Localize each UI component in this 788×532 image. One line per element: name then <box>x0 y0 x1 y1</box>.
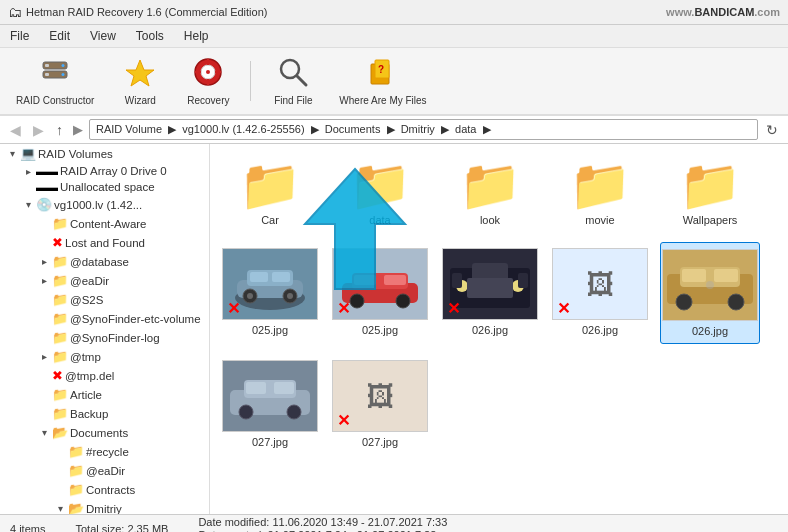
back-button[interactable]: ◀ <box>6 120 25 140</box>
sidebar-item-backup[interactable]: 📁 Backup <box>0 404 209 423</box>
sidebar-item-contracts[interactable]: 📁 Contracts <box>0 480 209 499</box>
forward-button[interactable]: ▶ <box>29 120 48 140</box>
folder-item-movie[interactable]: 📁 movie <box>550 154 650 232</box>
folder-icon-bk: 📁 <box>52 406 68 421</box>
file-label-027b: 027.jpg <box>362 436 398 448</box>
svg-rect-33 <box>354 275 376 285</box>
folder-item-car[interactable]: 📁 Car <box>220 154 320 232</box>
sidebar-item-recycle[interactable]: 📁 #recycle <box>0 442 209 461</box>
expand-raid-array[interactable]: ▸ <box>20 166 36 177</box>
file-item-026a[interactable]: ✕ 026.jpg <box>440 242 540 344</box>
svg-rect-48 <box>682 269 706 282</box>
refresh-button[interactable]: ↻ <box>762 120 782 140</box>
folder-icon-car: 📁 <box>239 160 301 210</box>
svg-point-58 <box>239 405 253 419</box>
expand-raid-volumes[interactable]: ▾ <box>4 148 20 159</box>
svg-point-28 <box>247 293 253 299</box>
svg-point-59 <box>287 405 301 419</box>
recovery-label: Recovery <box>187 95 229 106</box>
recovery-button[interactable]: Recovery <box>178 52 238 110</box>
folder-icon-ea: 📁 <box>52 273 68 288</box>
expand-eadir[interactable]: ▸ <box>36 275 52 286</box>
folder-label-look: look <box>480 214 500 226</box>
file-item-025b[interactable]: ✕ 025.jpg <box>330 242 430 344</box>
file-item-025a[interactable]: ✕ 025.jpg <box>220 242 320 344</box>
file-label-025b: 025.jpg <box>362 324 398 336</box>
wizard-icon <box>124 56 156 93</box>
svg-rect-3 <box>45 73 49 76</box>
raid-constructor-icon <box>39 56 71 93</box>
file-label-027a: 027.jpg <box>252 436 288 448</box>
file-item-broken1[interactable]: 🖼 ✕ 026.jpg <box>550 242 650 344</box>
toolbar-separator-1 <box>250 61 251 101</box>
svg-line-15 <box>297 76 306 85</box>
total-size: Total size: 2,35 MB <box>75 523 168 533</box>
address-path-text: RAID Volume ▶ vg1000.lv (1.42.6-25556) ▶… <box>96 123 491 135</box>
folder-icon-movie: 📁 <box>569 160 631 210</box>
wizard-button[interactable]: Wizard <box>110 52 170 110</box>
expand-vg1000[interactable]: ▾ <box>20 199 36 210</box>
sidebar-item-eadir[interactable]: ▸ 📁 @eaDir <box>0 271 209 290</box>
drive-icon-1: ▬▬ <box>36 165 58 177</box>
sidebar-item-database[interactable]: ▸ 📁 @database <box>0 252 209 271</box>
menu-view[interactable]: View <box>86 27 120 45</box>
svg-point-35 <box>350 294 364 308</box>
file-label-026a: 026.jpg <box>472 324 508 336</box>
menu-edit[interactable]: Edit <box>45 27 74 45</box>
sidebar-item-tmp[interactable]: ▸ 📁 @tmp <box>0 347 209 366</box>
folder-item-wallpapers[interactable]: 📁 Wallpapers <box>660 154 760 232</box>
expand-dmitriy[interactable]: ▾ <box>52 503 68 514</box>
file-thumb-025a: ✕ <box>222 248 318 320</box>
address-path-input[interactable]: RAID Volume ▶ vg1000.lv (1.42.6-25556) ▶… <box>89 119 758 140</box>
svg-point-4 <box>62 64 65 67</box>
svg-point-52 <box>706 281 714 289</box>
sidebar-item-vg1000[interactable]: ▾ 💿 vg1000.lv (1.42... <box>0 195 209 214</box>
sidebar-item-s2s[interactable]: 📁 @S2S <box>0 290 209 309</box>
file-thumb-026b <box>662 249 758 321</box>
sidebar-item-raid-volumes[interactable]: ▾ 💻 RAID Volumes <box>0 144 209 163</box>
up-button[interactable]: ↑ <box>52 120 67 140</box>
sidebar-item-raid-array[interactable]: ▸ ▬▬ RAID Array 0 Drive 0 <box>0 163 209 179</box>
file-item-027b[interactable]: 🖼 ✕ 027.jpg <box>330 354 430 454</box>
sidebar-item-synofinder-log[interactable]: 📁 @SynoFinder-log <box>0 328 209 347</box>
file-item-027a[interactable]: 027.jpg <box>220 354 320 454</box>
where-are-my-files-button[interactable]: ? Where Are My Files <box>331 52 434 110</box>
expand-tmp[interactable]: ▸ <box>36 351 52 362</box>
sidebar-item-tmp-del[interactable]: ✖ @tmp.del <box>0 366 209 385</box>
menu-help[interactable]: Help <box>180 27 213 45</box>
sidebar-item-eadir2[interactable]: 📁 @eaDir <box>0 461 209 480</box>
address-bar: ◀ ▶ ↑ ▶ RAID Volume ▶ vg1000.lv (1.42.6-… <box>0 116 788 144</box>
sidebar-item-content-aware[interactable]: 📁 Content-Aware <box>0 214 209 233</box>
svg-point-50 <box>676 294 692 310</box>
svg-point-36 <box>396 294 410 308</box>
file-thumb-027b: 🖼 ✕ <box>332 360 428 432</box>
sidebar-item-unallocated[interactable]: ▬▬ Unallocated space <box>0 179 209 195</box>
menu-file[interactable]: File <box>6 27 33 45</box>
sidebar-item-dmitriy[interactable]: ▾ 📂 Dmitriy <box>0 499 209 514</box>
sidebar-item-documents[interactable]: ▾ 📂 Documents <box>0 423 209 442</box>
deleted-mark-025b: ✕ <box>337 301 350 317</box>
folder-item-data[interactable]: 📁 data <box>330 154 430 232</box>
file-label-026b: 026.jpg <box>692 325 728 337</box>
wizard-label: Wizard <box>125 95 156 106</box>
svg-rect-44 <box>518 273 528 288</box>
sidebar-item-article[interactable]: 📁 Article <box>0 385 209 404</box>
folder-item-look[interactable]: 📁 look <box>440 154 540 232</box>
file-item-026b[interactable]: 026.jpg <box>660 242 760 344</box>
svg-rect-49 <box>714 269 738 282</box>
bandicam-logo: www.BANDICAM.com <box>666 6 780 18</box>
svg-rect-57 <box>274 382 294 394</box>
raid-constructor-button[interactable]: RAID Constructor <box>8 52 102 110</box>
path-arrow: ▶ <box>73 122 83 137</box>
folder-icon-rec: 📁 <box>68 444 84 459</box>
file-thumb-027a <box>222 360 318 432</box>
folder-label-wallpapers: Wallpapers <box>683 214 738 226</box>
raid-constructor-label: RAID Constructor <box>16 95 94 106</box>
menu-tools[interactable]: Tools <box>132 27 168 45</box>
sidebar-item-lost-found[interactable]: ✖ Lost and Found <box>0 233 209 252</box>
drive-icon-2: ▬▬ <box>36 181 58 193</box>
find-file-button[interactable]: Find File <box>263 52 323 110</box>
expand-documents[interactable]: ▾ <box>36 427 52 438</box>
sidebar-item-synofinder-etc[interactable]: 📁 @SynoFinder-etc-volume <box>0 309 209 328</box>
expand-database[interactable]: ▸ <box>36 256 52 267</box>
